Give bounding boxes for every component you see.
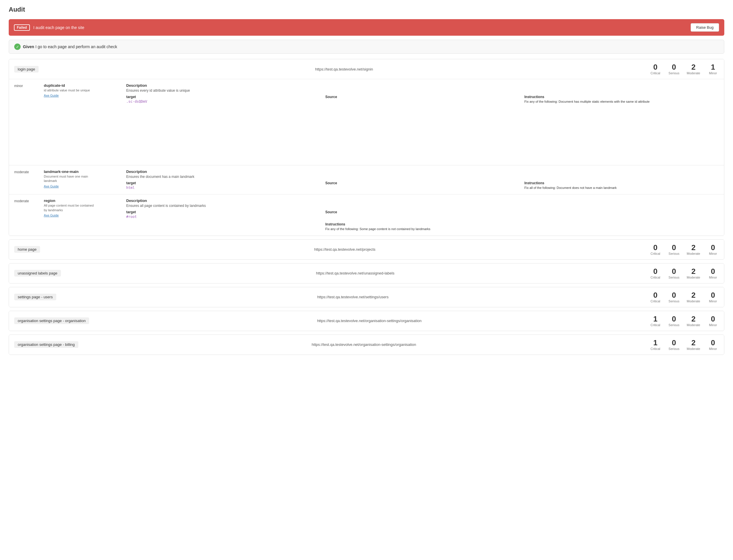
stat-serious-label: Serious — [668, 323, 680, 327]
stat-critical-label: Critical — [650, 323, 661, 327]
stat-serious-label: Serious — [668, 299, 680, 303]
issue-name-col: landmark-one-main Document must have one… — [44, 169, 96, 190]
page-stats: 0 Critical 0 Serious 2 Moderate 0 Minor — [650, 268, 719, 279]
issue-detail-grid: target html Source Instructions Fix all … — [126, 181, 719, 190]
page-section: home page https://test.qa.testevolve.net… — [9, 239, 724, 260]
page-section: organisation settings page - billing htt… — [9, 335, 724, 355]
stat-critical: 0 Critical — [650, 291, 661, 303]
stat-moderate: 2 Moderate — [687, 315, 700, 327]
stat-serious: 0 Serious — [668, 63, 680, 75]
stat-critical: 1 Critical — [650, 315, 661, 327]
page-url: https://test.qa.testevolve.net/settings/… — [56, 295, 650, 299]
stat-moderate-number: 2 — [687, 63, 700, 71]
stat-serious: 0 Serious — [668, 315, 680, 327]
instructions-label: Instructions — [524, 95, 719, 99]
stat-critical-label: Critical — [650, 347, 661, 351]
stat-serious-number: 0 — [668, 63, 680, 71]
stat-moderate-label: Moderate — [687, 71, 700, 75]
target-value: html — [126, 186, 321, 190]
stat-moderate-number: 2 — [687, 315, 700, 323]
page-header: unassigned labels page https://test.qa.t… — [9, 263, 724, 283]
page-header: settings page - users https://test.qa.te… — [9, 287, 724, 307]
issue-detail-col: Description Ensures the document has a m… — [126, 169, 719, 190]
source-value — [325, 100, 520, 161]
stat-minor: 0 Minor — [707, 291, 719, 303]
axe-guide-link[interactable]: Axe Guide — [44, 214, 96, 217]
target-label: target — [126, 181, 321, 185]
page-name: organisation settings page - billing — [14, 341, 78, 348]
source-label: Source — [325, 95, 520, 99]
failed-banner: Failed I audit each page on the site Rai… — [9, 19, 724, 36]
instructions-value: Fix any of the following: Some page cont… — [325, 227, 520, 231]
given-label: Given — [23, 44, 34, 49]
issue-severity: moderate — [14, 169, 40, 190]
issue-name: landmark-one-main — [44, 169, 96, 174]
axe-guide-link[interactable]: Axe Guide — [44, 94, 96, 97]
target-label: target — [126, 210, 321, 214]
stat-minor: 0 Minor — [707, 339, 719, 351]
page-url: https://test.qa.testevolve.net/projects — [40, 247, 649, 252]
page-name: login page — [14, 66, 39, 73]
axe-guide-link[interactable]: Axe Guide — [44, 185, 96, 188]
stat-critical-number: 0 — [650, 244, 661, 251]
instructions-col: Instructions Fix any of the following: S… — [325, 222, 520, 231]
issue-desc-short: id attribute value must be unique — [44, 88, 96, 93]
stat-serious: 0 Serious — [668, 244, 680, 255]
target-col: target #root — [126, 210, 321, 231]
stat-minor: 0 Minor — [707, 315, 719, 327]
stat-minor-label: Minor — [707, 347, 719, 351]
stat-moderate-label: Moderate — [687, 347, 700, 351]
stat-serious: 0 Serious — [668, 291, 680, 303]
instructions-label: Instructions — [524, 181, 719, 185]
stat-moderate: 2 Moderate — [687, 339, 700, 351]
stat-serious-number: 0 — [668, 291, 680, 299]
stat-critical-number: 0 — [650, 268, 661, 275]
page-stats: 0 Critical 0 Serious 2 Moderate 0 Minor — [650, 291, 719, 303]
stat-critical-number: 1 — [650, 339, 661, 346]
page-title: Audit — [9, 6, 724, 13]
given-row: ✓ GivenI go to each page and perform an … — [9, 40, 724, 54]
issue-severity: moderate — [14, 198, 40, 231]
stat-moderate-label: Moderate — [687, 252, 700, 255]
page-name: unassigned labels page — [14, 270, 61, 277]
stat-serious-number: 0 — [668, 244, 680, 251]
stat-moderate-label: Moderate — [687, 299, 700, 303]
instructions-col: Instructions Fix any of the following: D… — [524, 95, 719, 161]
target-col: target html — [126, 181, 321, 190]
banner-left: Failed I audit each page on the site — [14, 24, 84, 31]
page-name: settings page - users — [14, 294, 56, 300]
source-col: Source — [325, 181, 520, 190]
stat-moderate-number: 2 — [687, 291, 700, 299]
stat-minor: 0 Minor — [707, 244, 719, 255]
stat-critical: 0 Critical — [650, 63, 661, 75]
source-col: Source Instructions Fix any of the follo… — [325, 210, 520, 231]
page-stats: 0 Critical 0 Serious 2 Moderate 0 Minor — [650, 244, 719, 255]
stat-minor-label: Minor — [707, 71, 719, 75]
stat-moderate: 2 Moderate — [687, 63, 700, 75]
stat-serious-label: Serious — [668, 347, 680, 351]
issue-desc-short: Document must have one main landmark — [44, 174, 96, 183]
page-stats: 0 Critical 0 Serious 2 Moderate 1 Minor — [650, 63, 719, 75]
stat-moderate: 2 Moderate — [687, 244, 700, 255]
check-icon: ✓ — [14, 44, 21, 50]
source-col: Source — [325, 95, 520, 161]
page-section: unassigned labels page https://test.qa.t… — [9, 263, 724, 283]
instructions-value: Fix any of the following: Document has m… — [524, 100, 719, 104]
page-stats: 1 Critical 0 Serious 2 Moderate 0 Minor — [650, 315, 719, 327]
stat-moderate: 2 Moderate — [687, 291, 700, 303]
stat-serious-label: Serious — [668, 71, 680, 75]
stat-serious-label: Serious — [668, 252, 680, 255]
stat-serious-label: Serious — [668, 276, 680, 279]
stat-critical: 0 Critical — [650, 268, 661, 279]
page-header: organisation settings page - organisatio… — [9, 311, 724, 331]
stat-critical-number: 1 — [650, 315, 661, 323]
description-text: Ensures the document has a main landmark — [126, 175, 719, 179]
stat-critical-label: Critical — [650, 276, 661, 279]
page-url: https://test.qa.testevolve.net/organisat… — [78, 342, 650, 347]
issue-desc-short: All page content must be contained by la… — [44, 203, 96, 212]
issue-name-col: region All page content must be containe… — [44, 198, 96, 231]
page-section: settings page - users https://test.qa.te… — [9, 287, 724, 307]
instructions-value: Fix all of the following: Document does … — [524, 186, 719, 190]
instructions-label: Instructions — [325, 222, 520, 226]
raise-bug-button[interactable]: Raise Bug — [691, 23, 719, 32]
